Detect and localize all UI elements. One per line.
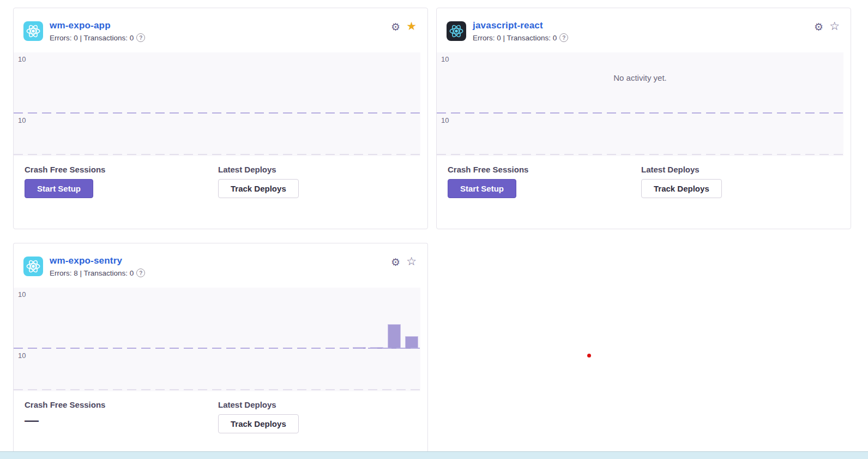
track-deploys-button[interactable]: Track Deploys — [218, 179, 299, 198]
project-stats: Errors: 8 | Transactions: 0 — [50, 269, 145, 277]
latest-deploys-section: Latest Deploys Track Deploys — [218, 400, 299, 433]
project-card: wm-expo-sentry Errors: 8 | Transactions:… — [13, 243, 428, 459]
crash-free-section: Crash Free Sessions Start Setup — [25, 165, 105, 198]
help-icon[interactable] — [559, 33, 568, 42]
project-card: wm-expo-app Errors: 0 | Transactions: 0 … — [13, 8, 428, 229]
stats-text: Errors: 0 | Transactions: 0 — [473, 34, 557, 42]
react-platform-icon — [23, 21, 43, 41]
y-axis-max-label: 10 — [18, 55, 26, 63]
project-card: javascript-react Errors: 0 | Transaction… — [436, 8, 851, 229]
error-bars — [14, 288, 420, 349]
cursor-dot — [587, 354, 591, 357]
error-bar — [405, 336, 418, 349]
y-axis-max-label: 10 — [18, 351, 26, 360]
crash-free-heading: Crash Free Sessions — [448, 165, 528, 174]
settings-gear-icon[interactable] — [391, 257, 400, 267]
project-title-link[interactable]: wm-expo-app — [50, 20, 111, 31]
bottom-overlay-bar — [0, 451, 868, 459]
project-title-link[interactable]: javascript-react — [473, 20, 543, 31]
track-deploys-button[interactable]: Track Deploys — [218, 414, 299, 433]
crash-free-section: Crash Free Sessions — — [25, 400, 105, 426]
latest-deploys-heading: Latest Deploys — [218, 165, 299, 174]
bookmark-star-icon[interactable] — [829, 20, 840, 32]
project-activity-chart: 10 10 — [14, 288, 420, 391]
transactions-subchart: 10 — [14, 114, 420, 155]
start-setup-button[interactable]: Start Setup — [448, 179, 516, 198]
no-value-dash: — — [25, 415, 105, 426]
react-platform-icon — [447, 21, 466, 41]
y-axis-max-label: 10 — [441, 116, 449, 124]
project-stats: Errors: 0 | Transactions: 0 — [473, 33, 568, 42]
settings-gear-icon[interactable] — [814, 22, 823, 32]
react-platform-icon — [23, 257, 43, 276]
help-icon[interactable] — [136, 269, 145, 277]
project-stats: Errors: 0 | Transactions: 0 — [50, 33, 145, 42]
stats-text: Errors: 0 | Transactions: 0 — [50, 34, 134, 42]
latest-deploys-heading: Latest Deploys — [641, 165, 722, 174]
transactions-subchart: 10 — [437, 114, 843, 155]
project-activity-chart: 10 10 — [14, 52, 420, 156]
bookmark-star-icon[interactable] — [406, 20, 417, 32]
latest-deploys-section: Latest Deploys Track Deploys — [218, 165, 299, 198]
stats-text: Errors: 8 | Transactions: 0 — [50, 269, 134, 277]
crash-free-section: Crash Free Sessions Start Setup — [448, 165, 528, 198]
project-title-link[interactable]: wm-expo-sentry — [50, 255, 122, 266]
latest-deploys-section: Latest Deploys Track Deploys — [641, 165, 722, 198]
crash-free-heading: Crash Free Sessions — [25, 165, 105, 174]
bookmark-star-icon[interactable] — [406, 255, 417, 267]
help-icon[interactable] — [136, 33, 145, 42]
errors-subchart: 10 No activity yet. — [437, 52, 843, 114]
project-activity-chart: 10 No activity yet. 10 — [437, 52, 843, 156]
y-axis-max-label: 10 — [441, 55, 449, 63]
settings-gear-icon[interactable] — [391, 22, 400, 32]
no-activity-message: No activity yet. — [437, 73, 843, 82]
errors-subchart: 10 — [14, 288, 420, 349]
errors-subchart: 10 — [14, 52, 420, 114]
project-dashboard: wm-expo-app Errors: 0 | Transactions: 0 … — [0, 0, 868, 459]
start-setup-button[interactable]: Start Setup — [25, 179, 93, 198]
error-bar — [388, 324, 401, 349]
y-axis-max-label: 10 — [18, 116, 26, 124]
latest-deploys-heading: Latest Deploys — [218, 400, 299, 409]
crash-free-heading: Crash Free Sessions — [25, 400, 105, 409]
transactions-subchart: 10 — [14, 349, 420, 390]
track-deploys-button[interactable]: Track Deploys — [641, 179, 722, 198]
